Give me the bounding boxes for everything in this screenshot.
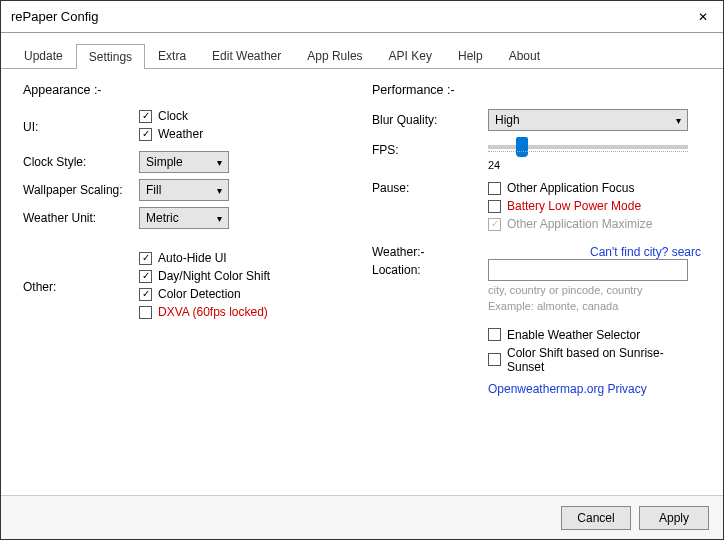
chevron-down-icon: ▾ [217, 213, 222, 224]
check-icon: ✓ [488, 218, 501, 231]
chevron-down-icon: ▾ [217, 157, 222, 168]
weather-unit-select[interactable]: Metric▾ [139, 207, 229, 229]
clock-style-select[interactable]: Simple▾ [139, 151, 229, 173]
tab-help[interactable]: Help [445, 43, 496, 68]
apply-button[interactable]: Apply [639, 506, 709, 530]
footer: Cancel Apply [1, 495, 723, 539]
check-icon: ✓ [139, 270, 152, 283]
tab-about[interactable]: About [496, 43, 553, 68]
check-icon: ✓ [139, 110, 152, 123]
privacy-link[interactable]: Openweathermap.org Privacy [488, 382, 701, 396]
cancel-button[interactable]: Cancel [561, 506, 631, 530]
performance-column: Performance :- Blur Quality: High▾ FPS: … [372, 83, 701, 481]
pause-label: Pause: [372, 181, 488, 195]
sunrise-color-shift-checkbox[interactable]: Color Shift based on Sunrise-Sunset [488, 346, 701, 374]
pause-battery-checkbox[interactable]: Battery Low Power Mode [488, 199, 701, 213]
performance-header: Performance :- [372, 83, 701, 97]
ui-weather-checkbox[interactable]: ✓Weather [139, 127, 352, 141]
color-detection-checkbox[interactable]: ✓Color Detection [139, 287, 352, 301]
chevron-down-icon: ▾ [217, 185, 222, 196]
blur-quality-select[interactable]: High▾ [488, 109, 688, 131]
enable-weather-selector-checkbox[interactable]: Enable Weather Selector [488, 328, 701, 342]
check-icon: ✓ [139, 288, 152, 301]
wallpaper-scaling-select[interactable]: Fill▾ [139, 179, 229, 201]
clock-style-label: Clock Style: [23, 155, 139, 169]
check-icon: ✓ [139, 128, 152, 141]
wallpaper-scaling-label: Wallpaper Scaling: [23, 183, 139, 197]
tabstrip: Update Settings Extra Edit Weather App R… [1, 43, 723, 69]
uncheck-icon [488, 182, 501, 195]
uncheck-icon [139, 306, 152, 319]
dxva-checkbox[interactable]: DXVA (60fps locked) [139, 305, 352, 319]
ui-label: UI: [23, 120, 139, 134]
appearance-header: Appearance :- [23, 83, 352, 97]
find-city-link[interactable]: Can't find city? searc [488, 245, 701, 259]
close-icon: ✕ [698, 10, 708, 24]
fps-value: 24 [488, 159, 701, 171]
slider-ticks [488, 151, 688, 155]
window-title: rePaper Config [11, 9, 98, 24]
location-input[interactable] [488, 259, 688, 281]
tab-api-key[interactable]: API Key [376, 43, 445, 68]
weather-header: Weather:- [372, 245, 482, 259]
uncheck-icon [488, 353, 501, 366]
other-label: Other: [23, 280, 139, 294]
tab-app-rules[interactable]: App Rules [294, 43, 375, 68]
tab-settings[interactable]: Settings [76, 44, 145, 69]
daynight-checkbox[interactable]: ✓Day/Night Color Shift [139, 269, 352, 283]
chevron-down-icon: ▾ [676, 115, 681, 126]
close-button[interactable]: ✕ [683, 1, 723, 33]
pause-app-focus-checkbox[interactable]: Other Application Focus [488, 181, 701, 195]
ui-clock-checkbox[interactable]: ✓Clock [139, 109, 352, 123]
tab-extra[interactable]: Extra [145, 43, 199, 68]
weather-unit-label: Weather Unit: [23, 211, 139, 225]
uncheck-icon [488, 328, 501, 341]
check-icon: ✓ [139, 252, 152, 265]
location-hint1: city, country or pincode, country [488, 283, 701, 297]
blur-quality-label: Blur Quality: [372, 113, 488, 127]
auto-hide-checkbox[interactable]: ✓Auto-Hide UI [139, 251, 352, 265]
pause-app-max-checkbox: ✓Other Application Maximize [488, 217, 701, 231]
fps-label: FPS: [372, 137, 488, 157]
location-label: Location: [372, 263, 482, 277]
tab-update[interactable]: Update [11, 43, 76, 68]
uncheck-icon [488, 200, 501, 213]
content: Appearance :- UI: ✓Clock ✓Weather Clock … [1, 69, 723, 495]
location-hint2: Example: almonte, canada [488, 299, 701, 313]
fps-slider[interactable] [488, 145, 688, 149]
titlebar: rePaper Config ✕ [1, 1, 723, 33]
tab-edit-weather[interactable]: Edit Weather [199, 43, 294, 68]
appearance-column: Appearance :- UI: ✓Clock ✓Weather Clock … [23, 83, 352, 481]
